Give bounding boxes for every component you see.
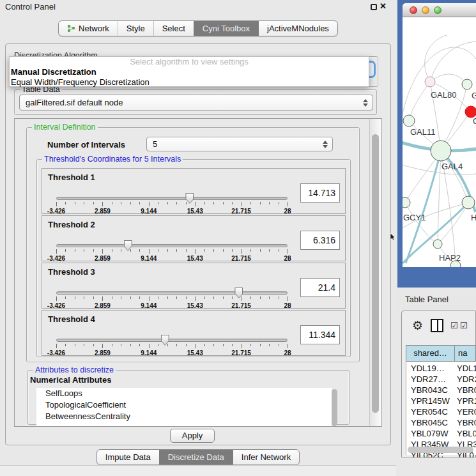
- network-node: [462, 196, 475, 209]
- table-row[interactable]: YER054CYER0: [406, 406, 476, 417]
- attributes-list-scrollbar[interactable]: [332, 389, 337, 426]
- float-window-icon[interactable]: [371, 4, 377, 10]
- table-data-combobox[interactable]: galFiltered.sif default node: [19, 95, 373, 111]
- numerical-attributes-list: SelfLoops TopologicalCoefficient Between…: [36, 388, 332, 427]
- tab-cyni-toolbox[interactable]: Cyni Toolbox: [194, 21, 258, 36]
- slider-tick-labels: -3.4262.8599.14415.4321.71528: [56, 255, 288, 262]
- tab-label: Cyni Toolbox: [203, 24, 250, 33]
- split-columns-icon[interactable]: [431, 319, 443, 332]
- table-data-selected: galFiltered.sif default node: [26, 98, 123, 107]
- scrollbar-thumb[interactable]: [372, 134, 379, 413]
- table-row[interactable]: YPR145WYPR1: [406, 395, 476, 406]
- network-node: [403, 115, 415, 127]
- mouse-cursor: [390, 233, 396, 241]
- threshold-3-slider[interactable]: -3.4262.8599.14415.4321.71528: [56, 289, 288, 308]
- slider-track[interactable]: [56, 244, 288, 247]
- column-header-shared-name[interactable]: shared…: [406, 345, 455, 362]
- slider-tick-labels: -3.4262.8599.14415.4321.71528: [56, 302, 288, 309]
- list-item[interactable]: SelfLoops: [36, 388, 332, 399]
- tab-jactivemnodules[interactable]: jActiveMNodules: [258, 21, 337, 36]
- network-node: [462, 79, 472, 89]
- network-node: [425, 77, 435, 87]
- node-label-gal4: GAL4: [441, 162, 463, 171]
- algorithm-dropdown-popup: Select algorithm to view settings Manual…: [9, 56, 369, 87]
- thresholds-group-title: Threshold's Coordinates for 5 Intervals: [42, 155, 183, 164]
- zoom-traffic-light-icon[interactable]: [434, 6, 441, 14]
- slider-track[interactable]: [56, 291, 288, 295]
- tab-style[interactable]: Style: [118, 21, 153, 36]
- table-panel-title: Table Panel: [405, 295, 449, 304]
- node-label-partial: C: [473, 116, 476, 126]
- table-settings-gear-icon[interactable]: ⚙: [412, 318, 423, 333]
- table-row[interactable]: YBR045CYBR0: [406, 417, 476, 428]
- list-item[interactable]: BetweennessCentrality: [36, 411, 332, 422]
- stepper-arrows-icon: [323, 141, 328, 148]
- number-of-intervals-combobox[interactable]: 5: [146, 137, 333, 151]
- close-traffic-light-icon[interactable]: [410, 6, 417, 14]
- tab-infer-network[interactable]: Infer Network: [233, 450, 299, 464]
- slider-track[interactable]: [56, 339, 288, 342]
- threshold-1-slider[interactable]: -3.4262.8599.14415.4321.71528: [56, 194, 288, 213]
- threshold-3-panel: Threshold 3 -3.4262.8599.14415.4321.7152…: [42, 263, 346, 309]
- checkbox-icon[interactable]: ☑: [460, 321, 468, 330]
- panel-title: Control Panel: [5, 2, 56, 12]
- threshold-4-value-field[interactable]: 11.344: [300, 325, 340, 344]
- toolbox-tab-bar: Network Style Select Cyni Toolbox jActiv…: [0, 20, 396, 36]
- table-header-row: shared… na: [406, 345, 476, 362]
- table-row[interactable]: YBL079WYBL0: [406, 428, 476, 439]
- slider-tick-labels: -3.4262.8599.14415.4321.71528: [56, 349, 288, 357]
- minimize-traffic-light-icon[interactable]: [422, 6, 429, 14]
- settings-vertical-scrollbar[interactable]: [369, 119, 381, 426]
- apply-button[interactable]: Apply: [170, 429, 215, 443]
- close-icon[interactable]: ✕: [380, 1, 387, 11]
- slider-ticks: [56, 202, 288, 207]
- stepper-arrows-icon: [363, 99, 368, 107]
- network-canvas[interactable]: GAL80 G C GAL11 GAL4 GCY1 H HAP2: [403, 17, 476, 267]
- tab-discretize-data[interactable]: Discretize Data: [159, 450, 233, 464]
- threshold-2-value-field[interactable]: 6.316: [300, 231, 340, 250]
- threshold-1-value-field[interactable]: 14.713: [300, 183, 340, 203]
- node-label-gal80: GAL80: [431, 90, 456, 100]
- tab-network[interactable]: Network: [59, 21, 118, 36]
- tab-label: Impute Data: [105, 452, 151, 462]
- option-manual-discretization[interactable]: Manual Discretization: [10, 67, 369, 77]
- cyni-mode-tab-bar: Impute Data Discretize Data Infer Networ…: [0, 449, 396, 465]
- threshold-2-slider[interactable]: -3.4262.8599.14415.4321.71528: [56, 242, 288, 261]
- list-item[interactable]: TopologicalCoefficient: [36, 399, 332, 411]
- node-label-partial: G: [472, 91, 476, 100]
- threshold-4-panel: Threshold 4 -3.4262.8599.14415.4321.7152…: [42, 310, 346, 356]
- tab-impute-data[interactable]: Impute Data: [97, 450, 159, 464]
- checkbox-icon[interactable]: ☑: [450, 321, 458, 330]
- table-row[interactable]: YDL19…YDL1: [406, 363, 476, 374]
- number-of-intervals-value: 5: [153, 139, 157, 149]
- node-label-partial: H: [471, 213, 476, 222]
- option-equal-width-frequency[interactable]: Equal Width/Frequency Discretization: [10, 77, 369, 88]
- table-row[interactable]: YBR043CYBR0: [406, 385, 476, 395]
- attributes-group-title: Attributes to discretize: [33, 365, 116, 374]
- threshold-4-slider[interactable]: -3.4262.8599.14415.4321.71528: [56, 336, 288, 355]
- slider-tick-labels: -3.4262.8599.14415.4321.71528: [56, 208, 288, 215]
- node-label-hap2: HAP2: [439, 253, 461, 263]
- threshold-2-label: Threshold 2: [48, 220, 95, 229]
- threshold-3-label: Threshold 3: [48, 267, 95, 277]
- threshold-3-value-field[interactable]: 21.4: [300, 278, 340, 297]
- tab-label: Select: [162, 24, 185, 33]
- network-icon: [67, 24, 75, 33]
- column-header-name[interactable]: na: [455, 345, 476, 362]
- table-row[interactable]: YDR27…YDR2: [406, 374, 476, 385]
- numerical-attributes-label: Numerical Attributes: [30, 375, 111, 385]
- tab-label: Network: [79, 24, 109, 33]
- bottom-status-band: [0, 465, 396, 476]
- network-node-gal4: [431, 141, 451, 161]
- threshold-1-label: Threshold 1: [48, 173, 95, 182]
- network-window-titlebar[interactable]: [403, 3, 476, 17]
- tab-select[interactable]: Select: [153, 21, 194, 36]
- slider-ticks: [56, 249, 288, 254]
- threshold-4-label: Threshold 4: [48, 314, 95, 324]
- slider-track[interactable]: [56, 197, 288, 200]
- tab-label: Discretize Data: [168, 452, 224, 462]
- network-node: [403, 197, 410, 208]
- table-horizontal-scrollbar[interactable]: [408, 447, 473, 453]
- slider-ticks: [56, 344, 288, 349]
- node-label-gcy1: GCY1: [403, 213, 426, 222]
